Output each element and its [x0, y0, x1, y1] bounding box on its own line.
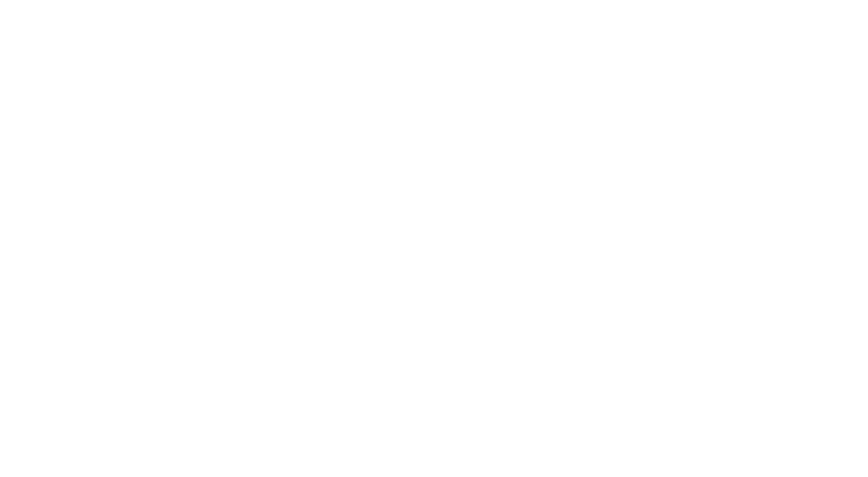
diagram-canvas [0, 0, 868, 477]
edge-layer [0, 0, 868, 477]
